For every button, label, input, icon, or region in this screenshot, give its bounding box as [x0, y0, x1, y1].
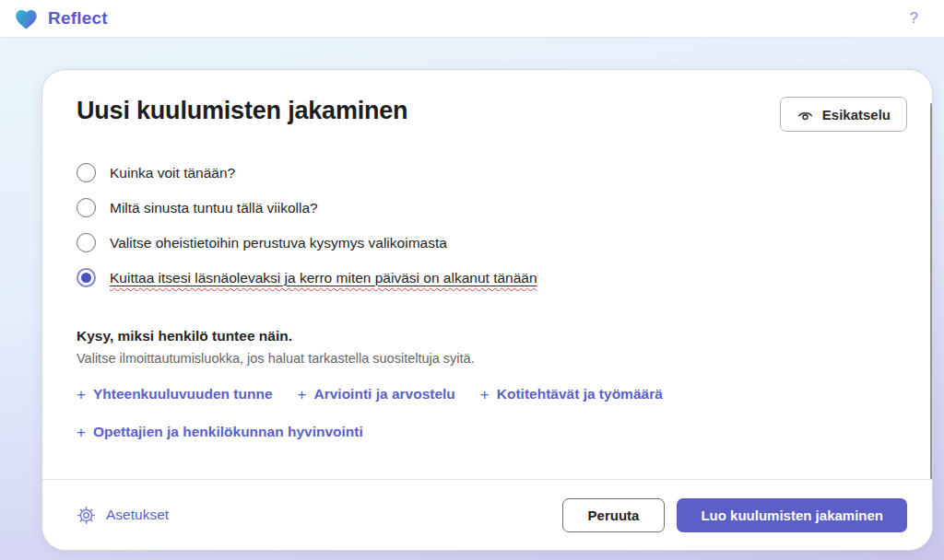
radio-label: Kuinka voit tänään? — [110, 165, 235, 181]
radio-option[interactable]: Kuittaa itsesi läsnäolevaksi ja kerro mi… — [77, 268, 898, 287]
reason-section: Kysy, miksi henkilö tuntee näin. Valitse… — [77, 328, 898, 366]
radio-unselected-icon[interactable] — [77, 163, 96, 182]
radio-option[interactable]: Miltä sinusta tuntuu tällä viikolla? — [77, 198, 898, 217]
category-chip[interactable]: +Kotitehtävät ja työmäärä — [480, 386, 663, 402]
category-label: Yhteenkuuluvuuden tunne — [93, 386, 273, 402]
card-header: Uusi kuulumisten jakaminen Esikatselu — [42, 70, 932, 132]
settings-button[interactable]: Asetukset — [77, 506, 169, 525]
category-row: +Opettajien ja henkilökunnan hyvinvointi — [77, 424, 898, 440]
radio-label: Kuittaa itsesi läsnäolevaksi ja kerro mi… — [110, 270, 537, 286]
radio-option[interactable]: Valitse oheistietoihin perustuva kysymys… — [77, 233, 898, 252]
category-chip[interactable]: +Arviointi ja arvostelu — [298, 386, 455, 402]
scrollbar-track[interactable] — [930, 103, 932, 519]
app-header: Reflect ? — [0, 0, 944, 38]
plus-icon: + — [77, 425, 86, 440]
radio-unselected-icon[interactable] — [77, 198, 96, 217]
plus-icon: + — [298, 387, 307, 402]
category-label: Arviointi ja arvostelu — [314, 386, 455, 402]
plus-icon: + — [480, 387, 490, 402]
reason-subtitle: Valitse ilmoittautumisluokka, jos haluat… — [77, 351, 898, 366]
preview-button[interactable]: Esikatselu — [780, 97, 907, 132]
new-checkin-card: Uusi kuulumisten jakaminen Esikatselu Ku… — [41, 69, 933, 551]
reflect-app: Reflect ? Uusi kuulumisten jakaminen Esi… — [0, 0, 944, 560]
radio-selected-icon[interactable] — [77, 268, 96, 287]
category-section: +Yhteenkuuluvuuden tunne+Arviointi ja ar… — [77, 386, 898, 440]
app-title: Reflect — [48, 8, 108, 29]
reason-heading: Kysy, miksi henkilö tuntee näin. — [77, 328, 898, 344]
footer-actions: Peruuta Luo kuulumisten jakaminen — [562, 498, 907, 532]
category-chip[interactable]: +Yhteenkuuluvuuden tunne — [77, 386, 273, 402]
help-icon[interactable]: ? — [910, 9, 918, 28]
radio-label: Valitse oheistietoihin perustuva kysymys… — [110, 235, 447, 251]
category-label: Opettajien ja henkilökunnan hyvinvointi — [93, 424, 363, 440]
settings-label: Asetukset — [106, 507, 169, 523]
brand: Reflect — [14, 7, 108, 30]
category-row: +Yhteenkuuluvuuden tunne+Arviointi ja ar… — [77, 386, 898, 402]
radio-unselected-icon[interactable] — [77, 233, 96, 252]
page-title: Uusi kuulumisten jakaminen — [77, 97, 407, 125]
cancel-button[interactable]: Peruuta — [562, 498, 666, 532]
reflect-heart-logo-icon — [14, 7, 39, 30]
radio-label: Miltä sinusta tuntuu tällä viikolla? — [110, 200, 318, 216]
category-label: Kotitehtävät ja työmäärä — [497, 386, 663, 402]
question-radio-group: Kuinka voit tänään?Miltä sinusta tuntuu … — [77, 163, 898, 287]
card-footer: Asetukset Peruuta Luo kuulumisten jakami… — [42, 479, 932, 550]
category-chip[interactable]: +Opettajien ja henkilökunnan hyvinvointi — [77, 424, 363, 440]
radio-option[interactable]: Kuinka voit tänään? — [77, 163, 898, 182]
gear-icon — [77, 506, 96, 525]
create-checkin-button[interactable]: Luo kuulumisten jakaminen — [677, 498, 907, 532]
preview-button-label: Esikatselu — [822, 107, 891, 122]
plus-icon: + — [77, 387, 86, 402]
eye-preview-icon — [796, 106, 814, 123]
